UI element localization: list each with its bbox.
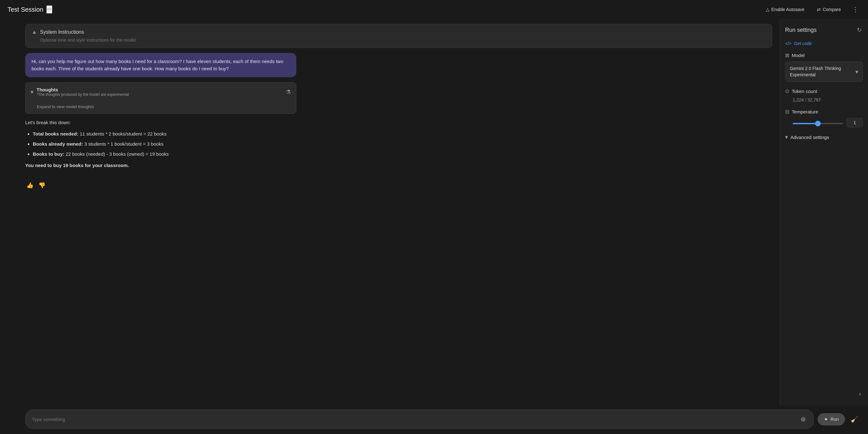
ai-bullets: Total books needed: 11 students * 2 book… bbox=[25, 130, 296, 158]
get-code-label: Get code bbox=[794, 41, 812, 46]
thoughts-header[interactable]: ▾ Thoughts *The thoughts produced by the… bbox=[26, 83, 296, 101]
model-section-header: ⊠ Model bbox=[785, 52, 863, 58]
temperature-slider[interactable] bbox=[793, 123, 843, 124]
token-icon: ⊙ bbox=[785, 88, 789, 94]
ai-text-response: Let's break this down: Total books neede… bbox=[25, 119, 296, 173]
main-layout: ▲ System Instructions Optional tone and … bbox=[0, 19, 868, 406]
token-count-value: 1,224 / 32,767 bbox=[785, 97, 863, 102]
thumbs-up-button[interactable]: 👍 bbox=[25, 181, 35, 190]
temperature-control: 1 bbox=[785, 118, 863, 127]
ai-intro: Let's break this down: bbox=[25, 119, 296, 126]
autosave-label: Enable Autosave bbox=[771, 7, 804, 12]
autosave-button[interactable]: △ Enable Autosave bbox=[763, 5, 807, 14]
clear-button[interactable]: 🧹 bbox=[849, 413, 861, 425]
more-options-button[interactable]: ⋮ bbox=[850, 4, 861, 15]
ai-bullet-3-value: 22 books (needed) - 3 books (owned) = 19… bbox=[66, 151, 168, 157]
system-instructions-panel: ▲ System Instructions Optional tone and … bbox=[25, 24, 772, 48]
system-instructions-header[interactable]: ▲ System Instructions bbox=[32, 29, 766, 35]
header-right: △ Enable Autosave ⇄ Compare ⋮ bbox=[763, 4, 861, 15]
thoughts-panel: ▾ Thoughts *The thoughts produced by the… bbox=[25, 82, 296, 114]
header: Test Session ✏ △ Enable Autosave ⇄ Compa… bbox=[0, 0, 868, 19]
ai-bullet-1: Total books needed: 11 students * 2 book… bbox=[33, 130, 296, 138]
system-instructions-placeholder[interactable]: Optional tone and style instructions for… bbox=[32, 37, 766, 42]
ai-bullet-2-label: Books already owned: bbox=[33, 141, 83, 147]
spark-icon: ✦ bbox=[824, 416, 828, 422]
advanced-chevron-icon: ▾ bbox=[785, 134, 788, 141]
ai-bullet-1-value: 11 students * 2 books/student = 22 books bbox=[80, 131, 167, 136]
page-title: Test Session bbox=[7, 6, 43, 13]
code-icon: </> bbox=[785, 41, 792, 46]
temperature-icon: ⊟ bbox=[785, 109, 789, 115]
ai-bullet-2-value: 3 students * 1 book/student = 3 books bbox=[84, 141, 163, 147]
ai-conclusion: You need to buy 19 books for your classr… bbox=[25, 162, 296, 169]
edit-title-button[interactable]: ✏ bbox=[46, 5, 52, 13]
system-instructions-title: System Instructions bbox=[40, 29, 84, 35]
user-message: Hi, can you help me figure out how many … bbox=[25, 53, 296, 77]
add-attachment-button[interactable]: ⊕ bbox=[799, 414, 807, 424]
temperature-header: ⊟ Temperature bbox=[785, 109, 863, 115]
compare-label: Compare bbox=[823, 7, 841, 12]
input-area: ⊕ ✦ Run 🧹 bbox=[0, 406, 868, 434]
feedback-buttons: 👍 👎 bbox=[25, 181, 296, 190]
sidebar-header: Run settings ↻ bbox=[785, 25, 863, 35]
ai-bullet-3-label: Books to buy: bbox=[33, 151, 64, 157]
temperature-slider-container bbox=[793, 120, 843, 125]
sidebar-collapse-button[interactable]: › bbox=[857, 388, 863, 399]
header-left: Test Session ✏ bbox=[7, 5, 52, 13]
get-code-button[interactable]: </> Get code bbox=[785, 41, 863, 46]
thoughts-expand-button[interactable]: Expand to view model thoughts bbox=[26, 101, 296, 114]
temperature-label: Temperature bbox=[792, 109, 818, 115]
compare-icon: ⇄ bbox=[817, 7, 821, 12]
advanced-settings-toggle[interactable]: ▾ Advanced settings bbox=[785, 134, 863, 141]
message-input[interactable] bbox=[32, 417, 799, 422]
thoughts-chevron-icon: ▾ bbox=[31, 89, 33, 95]
temperature-section: ⊟ Temperature 1 bbox=[785, 109, 863, 127]
run-label: Run bbox=[831, 417, 839, 422]
model-select-value: Gemini 2.0 Flash Thinking Experimental bbox=[790, 66, 856, 78]
model-section: ⊠ Model Gemini 2.0 Flash Thinking Experi… bbox=[785, 52, 863, 82]
advanced-settings-label: Advanced settings bbox=[790, 134, 829, 140]
right-sidebar: Run settings ↻ </> Get code ⊠ Model Gemi… bbox=[780, 19, 868, 406]
sidebar-collapse: › bbox=[785, 388, 863, 399]
model-select-dropdown[interactable]: Gemini 2.0 Flash Thinking Experimental ▾ bbox=[785, 61, 863, 82]
input-box: ⊕ bbox=[25, 409, 814, 429]
token-count-section: ⊙ Token count 1,224 / 32,767 bbox=[785, 88, 863, 102]
model-icon: ⊠ bbox=[785, 52, 789, 58]
collapse-icon: ▲ bbox=[32, 29, 37, 35]
refresh-button[interactable]: ↻ bbox=[856, 25, 863, 35]
thoughts-header-left: ▾ Thoughts *The thoughts produced by the… bbox=[31, 87, 129, 97]
token-count-header: ⊙ Token count bbox=[785, 88, 863, 94]
flask-icon: ⚗ bbox=[286, 89, 291, 95]
compare-button[interactable]: ⇄ Compare bbox=[814, 5, 844, 14]
ai-response: ▾ Thoughts *The thoughts produced by the… bbox=[25, 82, 296, 190]
thoughts-title: Thoughts bbox=[37, 87, 129, 92]
sidebar-title: Run settings bbox=[785, 27, 817, 33]
autosave-icon: △ bbox=[766, 7, 769, 12]
chat-area: ▲ System Instructions Optional tone and … bbox=[0, 19, 780, 406]
model-label: Model bbox=[792, 53, 805, 58]
thoughts-title-group: Thoughts *The thoughts produced by the m… bbox=[37, 87, 129, 97]
temperature-input[interactable]: 1 bbox=[846, 118, 863, 127]
ai-bullet-2: Books already owned: 3 students * 1 book… bbox=[33, 140, 296, 148]
ai-bullet-1-label: Total books needed: bbox=[33, 131, 79, 136]
user-message-text: Hi, can you help me figure out how many … bbox=[32, 59, 283, 71]
run-button[interactable]: ✦ Run bbox=[817, 413, 845, 426]
thumbs-down-button[interactable]: 👎 bbox=[37, 181, 46, 190]
model-dropdown-arrow-icon: ▾ bbox=[856, 68, 858, 75]
thoughts-subtitle: *The thoughts produced by the model are … bbox=[37, 92, 129, 97]
token-count-label: Token count bbox=[792, 89, 817, 94]
ai-bullet-3: Books to buy: 22 books (needed) - 3 book… bbox=[33, 150, 296, 158]
